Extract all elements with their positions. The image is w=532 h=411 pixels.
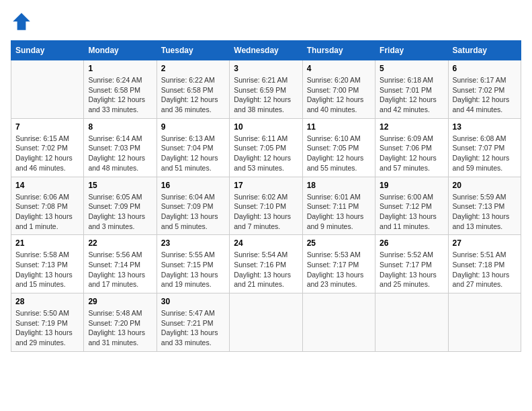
calendar-cell: 25Sunrise: 5:53 AMSunset: 7:17 PMDayligh… [302, 235, 375, 293]
calendar-cell: 13Sunrise: 6:08 AMSunset: 7:07 PMDayligh… [448, 118, 521, 177]
cell-info: Sunrise: 6:13 AMSunset: 7:04 PMDaylight:… [161, 134, 218, 172]
day-number: 7 [15, 122, 79, 132]
calendar-cell: 21Sunrise: 5:58 AMSunset: 7:13 PMDayligh… [11, 235, 84, 293]
day-number: 22 [88, 238, 152, 248]
calendar-week-3: 14Sunrise: 6:06 AMSunset: 7:08 PMDayligh… [11, 177, 521, 235]
day-number: 13 [453, 122, 517, 132]
cell-info: Sunrise: 5:47 AMSunset: 7:21 PMDaylight:… [161, 309, 218, 347]
header-day-wednesday: Wednesday [230, 41, 302, 60]
day-number: 23 [161, 238, 225, 248]
calendar-cell: 26Sunrise: 5:52 AMSunset: 7:17 PMDayligh… [375, 235, 448, 293]
logo-icon [11, 11, 32, 32]
header-day-saturday: Saturday [448, 41, 521, 60]
calendar-cell: 14Sunrise: 6:06 AMSunset: 7:08 PMDayligh… [11, 177, 84, 235]
day-number: 9 [161, 122, 225, 132]
day-number: 29 [88, 297, 152, 306]
calendar-cell: 8Sunrise: 6:14 AMSunset: 7:03 PMDaylight… [84, 118, 157, 177]
cell-info: Sunrise: 6:10 AMSunset: 7:05 PMDaylight:… [307, 134, 364, 172]
calendar-week-4: 21Sunrise: 5:58 AMSunset: 7:13 PMDayligh… [11, 235, 521, 293]
calendar-week-5: 28Sunrise: 5:50 AMSunset: 7:19 PMDayligh… [11, 293, 521, 352]
day-number: 4 [307, 64, 371, 73]
cell-info: Sunrise: 6:00 AMSunset: 7:12 PMDaylight:… [380, 193, 437, 230]
calendar-cell: 6Sunrise: 6:17 AMSunset: 7:02 PMDaylight… [448, 60, 521, 119]
calendar-cell: 7Sunrise: 6:15 AMSunset: 7:02 PMDaylight… [11, 118, 84, 177]
cell-info: Sunrise: 6:06 AMSunset: 7:08 PMDaylight:… [15, 193, 73, 230]
header-day-monday: Monday [84, 41, 157, 60]
calendar-cell: 2Sunrise: 6:22 AMSunset: 6:58 PMDaylight… [157, 60, 229, 119]
calendar-cell: 10Sunrise: 6:11 AMSunset: 7:05 PMDayligh… [230, 118, 302, 177]
calendar-cell: 19Sunrise: 6:00 AMSunset: 7:12 PMDayligh… [375, 177, 448, 235]
day-number: 26 [380, 238, 443, 248]
day-number: 28 [15, 297, 79, 306]
header-day-thursday: Thursday [302, 41, 375, 60]
calendar-week-2: 7Sunrise: 6:15 AMSunset: 7:02 PMDaylight… [11, 118, 521, 177]
cell-info: Sunrise: 6:02 AMSunset: 7:10 PMDaylight:… [234, 193, 291, 230]
calendar-cell: 15Sunrise: 6:05 AMSunset: 7:09 PMDayligh… [84, 177, 157, 235]
header-day-tuesday: Tuesday [157, 41, 229, 60]
calendar-cell: 1Sunrise: 6:24 AMSunset: 6:58 PMDaylight… [84, 60, 157, 119]
calendar-cell: 23Sunrise: 5:55 AMSunset: 7:15 PMDayligh… [157, 235, 229, 293]
calendar-cell: 27Sunrise: 5:51 AMSunset: 7:18 PMDayligh… [448, 235, 521, 293]
calendar-cell: 12Sunrise: 6:09 AMSunset: 7:06 PMDayligh… [375, 118, 448, 177]
header-row: SundayMondayTuesdayWednesdayThursdayFrid… [11, 41, 521, 60]
calendar-cell: 22Sunrise: 5:56 AMSunset: 7:14 PMDayligh… [84, 235, 157, 293]
cell-info: Sunrise: 6:05 AMSunset: 7:09 PMDaylight:… [88, 193, 145, 230]
cell-info: Sunrise: 6:11 AMSunset: 7:05 PMDaylight:… [234, 134, 291, 172]
day-number: 14 [15, 181, 79, 190]
calendar-cell [375, 293, 448, 352]
day-number: 12 [380, 122, 443, 132]
cell-info: Sunrise: 6:09 AMSunset: 7:06 PMDaylight:… [380, 134, 437, 172]
day-number: 25 [307, 238, 371, 248]
day-number: 11 [307, 122, 371, 132]
cell-info: Sunrise: 6:21 AMSunset: 6:59 PMDaylight:… [234, 76, 291, 113]
calendar-cell [11, 60, 84, 119]
cell-info: Sunrise: 6:24 AMSunset: 6:58 PMDaylight:… [88, 76, 145, 113]
cell-info: Sunrise: 6:14 AMSunset: 7:03 PMDaylight:… [88, 134, 145, 172]
logo [11, 11, 35, 32]
day-number: 16 [161, 181, 225, 190]
cell-info: Sunrise: 5:54 AMSunset: 7:16 PMDaylight:… [234, 250, 291, 288]
cell-info: Sunrise: 5:48 AMSunset: 7:20 PMDaylight:… [88, 309, 145, 347]
day-number: 18 [307, 181, 371, 190]
header [11, 11, 521, 32]
cell-info: Sunrise: 5:52 AMSunset: 7:17 PMDaylight:… [380, 250, 437, 288]
calendar-cell: 3Sunrise: 6:21 AMSunset: 6:59 PMDaylight… [230, 60, 302, 119]
calendar-cell: 29Sunrise: 5:48 AMSunset: 7:20 PMDayligh… [84, 293, 157, 352]
calendar-cell [230, 293, 302, 352]
calendar-cell: 28Sunrise: 5:50 AMSunset: 7:19 PMDayligh… [11, 293, 84, 352]
cell-info: Sunrise: 6:08 AMSunset: 7:07 PMDaylight:… [453, 134, 510, 172]
day-number: 17 [234, 181, 298, 190]
cell-info: Sunrise: 5:50 AMSunset: 7:19 PMDaylight:… [15, 309, 73, 347]
calendar-cell: 16Sunrise: 6:04 AMSunset: 7:09 PMDayligh… [157, 177, 229, 235]
cell-info: Sunrise: 5:56 AMSunset: 7:14 PMDaylight:… [88, 250, 145, 288]
day-number: 10 [234, 122, 298, 132]
cell-info: Sunrise: 5:59 AMSunset: 7:13 PMDaylight:… [453, 193, 510, 230]
day-number: 6 [453, 64, 517, 73]
cell-info: Sunrise: 6:17 AMSunset: 7:02 PMDaylight:… [453, 76, 510, 113]
header-day-sunday: Sunday [11, 41, 84, 60]
calendar-cell: 30Sunrise: 5:47 AMSunset: 7:21 PMDayligh… [157, 293, 229, 352]
day-number: 5 [380, 64, 443, 73]
day-number: 19 [380, 181, 443, 190]
cell-info: Sunrise: 5:51 AMSunset: 7:18 PMDaylight:… [453, 250, 510, 288]
day-number: 24 [234, 238, 298, 248]
header-day-friday: Friday [375, 41, 448, 60]
day-number: 3 [234, 64, 298, 73]
calendar-cell [302, 293, 375, 352]
day-number: 1 [88, 64, 152, 73]
calendar-table: SundayMondayTuesdayWednesdayThursdayFrid… [11, 40, 521, 352]
calendar-cell: 18Sunrise: 6:01 AMSunset: 7:11 PMDayligh… [302, 177, 375, 235]
cell-info: Sunrise: 5:58 AMSunset: 7:13 PMDaylight:… [15, 250, 73, 288]
cell-info: Sunrise: 5:55 AMSunset: 7:15 PMDaylight:… [161, 250, 218, 288]
cell-info: Sunrise: 6:15 AMSunset: 7:02 PMDaylight:… [15, 134, 73, 172]
day-number: 21 [15, 238, 79, 248]
day-number: 20 [453, 181, 517, 190]
calendar-cell: 17Sunrise: 6:02 AMSunset: 7:10 PMDayligh… [230, 177, 302, 235]
cell-info: Sunrise: 6:18 AMSunset: 7:01 PMDaylight:… [380, 76, 437, 113]
cell-info: Sunrise: 5:53 AMSunset: 7:17 PMDaylight:… [307, 250, 364, 288]
day-number: 2 [161, 64, 225, 73]
day-number: 8 [88, 122, 152, 132]
calendar-cell: 20Sunrise: 5:59 AMSunset: 7:13 PMDayligh… [448, 177, 521, 235]
day-number: 15 [88, 181, 152, 190]
calendar-cell: 24Sunrise: 5:54 AMSunset: 7:16 PMDayligh… [230, 235, 302, 293]
